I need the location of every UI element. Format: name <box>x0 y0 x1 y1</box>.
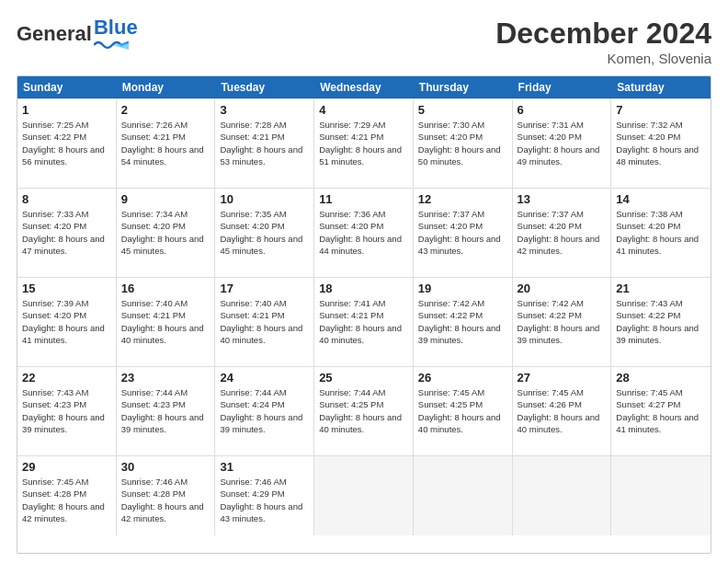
cell-0-2: 3Sunrise: 7:28 AM Sunset: 4:21 PM Daylig… <box>215 99 314 188</box>
cell-0-1: 2Sunrise: 7:26 AM Sunset: 4:21 PM Daylig… <box>117 99 216 188</box>
day-info-28: Sunrise: 7:45 AM Sunset: 4:27 PM Dayligh… <box>616 386 706 435</box>
header-tuesday: Tuesday <box>215 76 314 98</box>
day-info-15: Sunrise: 7:39 AM Sunset: 4:20 PM Dayligh… <box>22 297 111 346</box>
cell-3-2: 24Sunrise: 7:44 AM Sunset: 4:24 PM Dayli… <box>215 367 314 455</box>
day-number-2: 2 <box>121 103 210 117</box>
logo-general-text: General <box>17 23 92 45</box>
title-section: December 2024 Komen, Slovenia <box>495 17 711 66</box>
day-number-5: 5 <box>418 103 507 117</box>
header-sunday: Sunday <box>17 76 117 98</box>
cell-4-4 <box>414 456 513 535</box>
calendar-body: 1Sunrise: 7:25 AM Sunset: 4:22 PM Daylig… <box>17 98 711 535</box>
header-friday: Friday <box>513 76 612 98</box>
cell-2-3: 18Sunrise: 7:41 AM Sunset: 4:21 PM Dayli… <box>314 278 414 366</box>
day-info-14: Sunrise: 7:38 AM Sunset: 4:20 PM Dayligh… <box>616 208 706 257</box>
cell-1-3: 11Sunrise: 7:36 AM Sunset: 4:20 PM Dayli… <box>314 189 414 277</box>
day-info-17: Sunrise: 7:40 AM Sunset: 4:21 PM Dayligh… <box>220 297 309 346</box>
day-number-18: 18 <box>319 282 408 295</box>
logo: General Blue <box>17 17 138 51</box>
header-thursday: Thursday <box>414 76 513 98</box>
day-number-24: 24 <box>220 371 309 385</box>
day-number-11: 11 <box>319 192 408 206</box>
logo-blue-text: Blue <box>94 17 138 39</box>
day-info-23: Sunrise: 7:44 AM Sunset: 4:23 PM Dayligh… <box>121 386 210 435</box>
day-info-20: Sunrise: 7:42 AM Sunset: 4:22 PM Dayligh… <box>518 297 607 346</box>
day-number-25: 25 <box>319 371 408 385</box>
cell-3-3: 25Sunrise: 7:44 AM Sunset: 4:25 PM Dayli… <box>314 367 414 455</box>
day-number-13: 13 <box>518 192 607 206</box>
day-number-8: 8 <box>22 192 111 206</box>
cell-4-2: 31Sunrise: 7:46 AM Sunset: 4:29 PM Dayli… <box>215 456 314 535</box>
day-info-1: Sunrise: 7:25 AM Sunset: 4:22 PM Dayligh… <box>22 119 111 167</box>
week-row-3: 15Sunrise: 7:39 AM Sunset: 4:20 PM Dayli… <box>17 277 711 366</box>
day-number-23: 23 <box>121 371 210 385</box>
day-number-16: 16 <box>121 282 210 295</box>
cell-3-5: 27Sunrise: 7:45 AM Sunset: 4:26 PM Dayli… <box>513 367 612 455</box>
logo-blue-section: Blue <box>94 17 138 51</box>
day-info-9: Sunrise: 7:34 AM Sunset: 4:20 PM Dayligh… <box>121 208 210 257</box>
cell-1-5: 13Sunrise: 7:37 AM Sunset: 4:20 PM Dayli… <box>513 189 612 277</box>
day-info-7: Sunrise: 7:32 AM Sunset: 4:20 PM Dayligh… <box>616 119 706 167</box>
day-info-12: Sunrise: 7:37 AM Sunset: 4:20 PM Dayligh… <box>418 208 507 257</box>
day-number-30: 30 <box>121 460 210 474</box>
day-number-27: 27 <box>518 371 607 385</box>
week-row-2: 8Sunrise: 7:33 AM Sunset: 4:20 PM Daylig… <box>17 188 711 277</box>
day-info-19: Sunrise: 7:42 AM Sunset: 4:22 PM Dayligh… <box>418 297 507 346</box>
page: General Blue December 2024 Komen, Sloven… <box>0 0 728 563</box>
day-number-9: 9 <box>121 192 210 206</box>
cell-0-0: 1Sunrise: 7:25 AM Sunset: 4:22 PM Daylig… <box>17 99 117 188</box>
day-number-1: 1 <box>22 103 111 117</box>
cell-2-6: 21Sunrise: 7:43 AM Sunset: 4:22 PM Dayli… <box>611 278 711 366</box>
calendar-header: Sunday Monday Tuesday Wednesday Thursday… <box>17 76 711 98</box>
day-number-22: 22 <box>22 371 111 385</box>
day-info-31: Sunrise: 7:46 AM Sunset: 4:29 PM Dayligh… <box>220 476 309 524</box>
day-number-21: 21 <box>616 282 706 295</box>
week-row-4: 22Sunrise: 7:43 AM Sunset: 4:23 PM Dayli… <box>17 366 711 455</box>
day-number-19: 19 <box>418 282 507 295</box>
subtitle: Komen, Slovenia <box>495 51 711 66</box>
day-info-30: Sunrise: 7:46 AM Sunset: 4:28 PM Dayligh… <box>121 476 210 524</box>
day-info-16: Sunrise: 7:40 AM Sunset: 4:21 PM Dayligh… <box>121 297 210 346</box>
cell-3-1: 23Sunrise: 7:44 AM Sunset: 4:23 PM Dayli… <box>117 367 216 455</box>
day-info-21: Sunrise: 7:43 AM Sunset: 4:22 PM Dayligh… <box>616 297 706 346</box>
day-number-4: 4 <box>319 103 408 117</box>
main-title: December 2024 <box>495 17 711 51</box>
cell-2-5: 20Sunrise: 7:42 AM Sunset: 4:22 PM Dayli… <box>513 278 612 366</box>
cell-3-0: 22Sunrise: 7:43 AM Sunset: 4:23 PM Dayli… <box>17 367 117 455</box>
day-info-13: Sunrise: 7:37 AM Sunset: 4:20 PM Dayligh… <box>518 208 607 257</box>
cell-4-3 <box>314 456 414 535</box>
cell-1-6: 14Sunrise: 7:38 AM Sunset: 4:20 PM Dayli… <box>611 189 711 277</box>
cell-0-3: 4Sunrise: 7:29 AM Sunset: 4:21 PM Daylig… <box>314 99 414 188</box>
cell-4-1: 30Sunrise: 7:46 AM Sunset: 4:28 PM Dayli… <box>117 456 216 535</box>
day-number-15: 15 <box>22 282 111 295</box>
day-number-20: 20 <box>518 282 607 295</box>
day-info-27: Sunrise: 7:45 AM Sunset: 4:26 PM Dayligh… <box>518 386 607 435</box>
day-number-17: 17 <box>220 282 309 295</box>
cell-1-2: 10Sunrise: 7:35 AM Sunset: 4:20 PM Dayli… <box>215 189 314 277</box>
cell-2-4: 19Sunrise: 7:42 AM Sunset: 4:22 PM Dayli… <box>414 278 513 366</box>
cell-3-6: 28Sunrise: 7:45 AM Sunset: 4:27 PM Dayli… <box>611 367 711 455</box>
day-number-31: 31 <box>220 460 309 474</box>
day-number-6: 6 <box>518 103 607 117</box>
cell-2-2: 17Sunrise: 7:40 AM Sunset: 4:21 PM Dayli… <box>215 278 314 366</box>
day-info-11: Sunrise: 7:36 AM Sunset: 4:20 PM Dayligh… <box>319 208 408 257</box>
header: General Blue December 2024 Komen, Sloven… <box>17 17 711 66</box>
header-wednesday: Wednesday <box>314 76 414 98</box>
day-number-14: 14 <box>616 192 706 206</box>
cell-0-6: 7Sunrise: 7:32 AM Sunset: 4:20 PM Daylig… <box>611 99 711 188</box>
logo-general-span: General <box>17 22 92 45</box>
day-number-26: 26 <box>418 371 507 385</box>
day-number-12: 12 <box>418 192 507 206</box>
cell-4-0: 29Sunrise: 7:45 AM Sunset: 4:28 PM Dayli… <box>17 456 117 535</box>
cell-2-0: 15Sunrise: 7:39 AM Sunset: 4:20 PM Dayli… <box>17 278 117 366</box>
cell-0-5: 6Sunrise: 7:31 AM Sunset: 4:20 PM Daylig… <box>513 99 612 188</box>
day-number-29: 29 <box>22 460 111 474</box>
day-info-4: Sunrise: 7:29 AM Sunset: 4:21 PM Dayligh… <box>319 119 408 167</box>
day-info-22: Sunrise: 7:43 AM Sunset: 4:23 PM Dayligh… <box>22 386 111 435</box>
day-info-26: Sunrise: 7:45 AM Sunset: 4:25 PM Dayligh… <box>418 386 507 435</box>
day-info-6: Sunrise: 7:31 AM Sunset: 4:20 PM Dayligh… <box>518 119 607 167</box>
cell-0-4: 5Sunrise: 7:30 AM Sunset: 4:20 PM Daylig… <box>414 99 513 188</box>
cell-1-4: 12Sunrise: 7:37 AM Sunset: 4:20 PM Dayli… <box>414 189 513 277</box>
header-saturday: Saturday <box>611 76 711 98</box>
logo-wave-icon <box>94 40 129 51</box>
